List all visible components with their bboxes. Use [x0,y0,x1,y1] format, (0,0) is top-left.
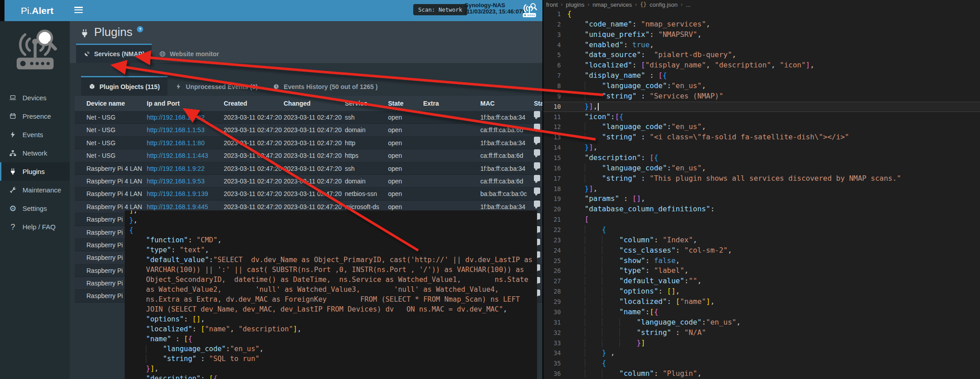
breadcrumb[interactable]: front›plugins›nmap_services›{}config.jso… [546,0,691,9]
editor-line-13[interactable]: 13 "string" : "<i class=\"fa-solid fa-sa… [543,132,980,143]
breadcrumb-item[interactable]: config.json [650,1,677,8]
column-header-mac[interactable]: MAC [480,96,495,111]
editor-line-8[interactable]: 8 "language_code":"en_us", [543,81,980,91]
editor-line-26[interactable]: 26 "type": "label", [543,266,980,276]
clock-icon [273,83,280,90]
tab-website-monitor[interactable]: Website monitor [152,44,226,63]
editor-line-27[interactable]: 27 "default_value":"", [543,276,980,286]
app-logo-text[interactable]: Pi.Alert [5,0,70,21]
sidebar-item-network[interactable]: Network [0,144,70,162]
editor-line-4[interactable]: 4 "enabled": true, [543,40,980,50]
cell-mac: 1f:ba:ff:ca:ba:34 [480,111,525,124]
cell-ip[interactable]: http://192.168.1.9:53 [147,175,204,187]
overlay-code-line: as Watched_Value2, 'null' as Watched_Val… [129,285,537,294]
column-header-ip-and-port[interactable]: Ip and Port [147,96,180,111]
editor-line-9[interactable]: 9 "string" : "Services (NMAP)" [543,91,980,102]
status-checkbox[interactable]: ✔ [534,162,540,169]
table-row: Net - USGhttp://192.168.1.1:532023-03-11… [75,124,542,136]
question-icon: ? [9,223,17,231]
status-checkbox[interactable]: ✔ [534,201,540,207]
tab-events-history-50-out-of-1265[interactable]: Events History (50 out of 1265 ) [265,76,385,96]
status-checkbox[interactable]: ✔ [534,124,540,130]
column-header-created[interactable]: Created [224,96,247,111]
editor-line-22[interactable]: 22 { [543,225,980,235]
wrench-icon [9,186,17,194]
column-header-status[interactable]: Status [534,96,542,111]
breadcrumb-item[interactable]: plugins [566,1,584,8]
editor-line-25[interactable]: 25 "show": false, [543,256,980,266]
code-editor[interactable]: front›plugins›nmap_services›{}config.jso… [542,0,980,379]
sidebar-item-devices[interactable]: Devices [0,89,70,107]
line-number: 22 [543,225,567,235]
editor-line-3[interactable]: 3 "unique_prefix": "NMAPSRV", [543,30,980,40]
editor-line-14[interactable]: 14 }], [543,143,980,153]
editor-line-18[interactable]: 18 }], [543,184,980,194]
status-checkbox[interactable]: ✔ [534,149,540,156]
editor-line-7[interactable]: 7 "display_name" : [{ [543,71,980,81]
column-header-device-name[interactable]: Device name [86,96,125,111]
sidebar-item-label: Plugins [23,168,45,175]
editor-line-28[interactable]: 28 "options": [], [543,286,980,297]
host-info: Synology-NAS (11/03/2023, 15:46:07) [465,2,524,15]
editor-line-19[interactable]: 19 "params" : [], [543,194,980,204]
editor-line-20[interactable]: 20 "database_column_definitions": [543,204,980,214]
editor-line-33[interactable]: 33 }] [543,338,980,348]
editor-line-10[interactable]: 10 }], [543,102,980,112]
tab-plugin-objects-115[interactable]: Plugin Objects (115) [81,76,167,96]
breadcrumb-item[interactable]: ... [686,1,691,8]
editor-line-32[interactable]: 32 "string" : "N/A" [543,328,980,338]
sidebar-item-help-faq[interactable]: ?Help / FAQ [0,218,70,236]
editor-line-36[interactable]: 36 "column": "Plugin", [543,369,980,379]
editor-line-17[interactable]: 17 "string" : "This plugin shows all ser… [543,174,980,184]
status-checkbox[interactable]: ✔ [534,175,540,181]
sidebar-toggle-icon[interactable] [74,7,83,14]
column-header-extra[interactable]: Extra [423,96,439,111]
editor-line-12[interactable]: 12 "language_code":"en_us", [543,122,980,132]
line-number: 12 [543,122,567,132]
cell-mac: ba:ba:ff:ca:ba:0c [480,187,527,200]
editor-line-11[interactable]: 11 "icon":[{ [543,112,980,122]
editor-line-24[interactable]: 24 "css_classes": "col-sm-2", [543,245,980,256]
tab-services-nmap[interactable]: Services (NMAP) [76,44,152,63]
breadcrumb-item[interactable]: front [546,1,558,8]
editor-line-16[interactable]: 16 "language_code":"en_us", [543,163,980,174]
editor-line-30[interactable]: 30 "name":[{ [543,307,980,317]
editor-line-29[interactable]: 29 "localized": ["name"], [543,297,980,307]
line-code: }], [567,102,599,111]
cell-ip[interactable]: http://192.168.1.1:80 [147,137,204,149]
editor-line-2[interactable]: 2 "code_name": "nmap_services", [543,19,980,30]
line-code: "unique_prefix": "NMAPSRV", [567,30,702,40]
status-checkbox[interactable]: ✔ [534,111,540,117]
column-header-changed[interactable]: Changed [284,96,311,111]
editor-line-1[interactable]: 1{ [543,9,980,19]
line-number: 18 [543,184,567,194]
cell-ip[interactable]: http://192.168.1.9:139 [147,187,208,200]
breadcrumb-item[interactable]: nmap_services [592,1,632,8]
editor-line-15[interactable]: 15 "description": [{ [543,153,980,163]
line-code: "localized": ["display_name", "descripti… [567,60,814,71]
cell-ip[interactable]: http://192.168.1.1:22 [147,111,204,124]
sidebar-item-presence[interactable]: Presence [0,107,70,125]
editor-line-6[interactable]: 6 "localized": ["display_name", "descrip… [543,60,980,71]
column-header-service[interactable]: Service [345,96,367,111]
sidebar-item-events[interactable]: Events [0,125,70,144]
editor-line-23[interactable]: 23 "column": "Index", [543,235,980,245]
sidebar-item-settings[interactable]: ⚙Settings [0,199,70,218]
overlay-code-line: "localized": ["name", "description"], [129,324,537,334]
column-header-state[interactable]: State [388,96,403,111]
editor-line-35[interactable]: 35 { [543,358,980,369]
help-badge[interactable]: ? [137,26,143,32]
editor-line-31[interactable]: 31 "language_code":"en_us", [543,317,980,328]
editor-line-5[interactable]: 5 "data_source": "pialert-db-query", [543,50,980,60]
editor-line-34[interactable]: 34 } , [543,348,980,358]
status-checkbox[interactable]: ✔ [534,187,540,194]
tab-unprocessed-events-0[interactable]: Unprocessed Events (0) [167,76,266,96]
sidebar-item-plugins[interactable]: Plugins [0,162,70,181]
status-checkbox[interactable]: ✔ [534,137,540,143]
editor-line-21[interactable]: 21 [ [543,214,980,225]
cell-ip[interactable]: http://192.168.1.1:53 [147,124,204,136]
cell-ip[interactable]: http://192.168.1.1:443 [147,149,208,162]
overlay-code-line: "function": "CMD", [129,235,537,245]
cell-ip[interactable]: http://192.168.1.9:22 [147,162,204,175]
sidebar-item-maintenance[interactable]: Maintenance [0,181,70,199]
